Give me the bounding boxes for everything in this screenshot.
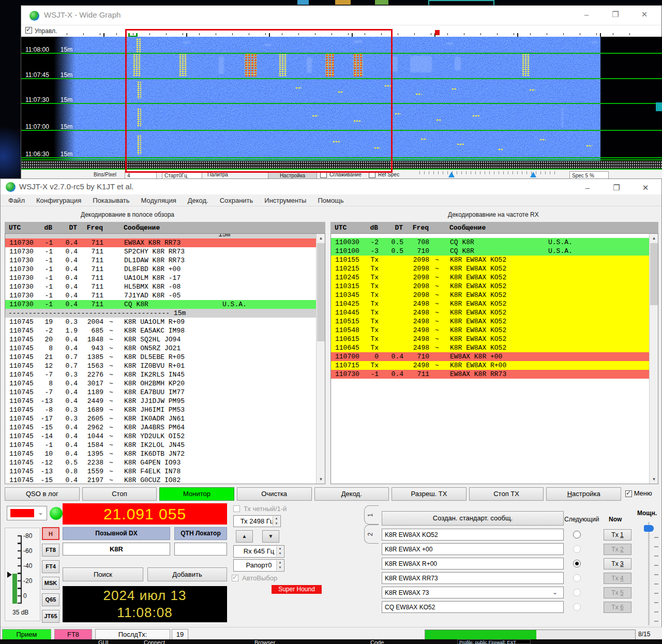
main-button[interactable]: Разреш. TX <box>392 487 467 501</box>
mode-button[interactable]: Q65 <box>42 593 59 606</box>
main-button[interactable]: Декод. <box>314 487 389 501</box>
wide-graph-titlebar[interactable]: WSJT-X - Wide Graph – ❐ ✕ <box>21 6 661 25</box>
decode-row[interactable]: 110745 12 0.7 1563 ~ K8R IZ0BVU R+01 <box>5 362 325 370</box>
menu-item[interactable]: Помощь <box>312 197 349 204</box>
tx-message-input[interactable] <box>382 601 564 613</box>
main-button[interactable]: Настройка <box>546 487 621 501</box>
decode-row[interactable]: 110155 Tx 2098 ~ K8R EW8AX KO52 <box>331 256 658 264</box>
decode-row[interactable]: 110515 Tx 2498 ~ K8R EW8AX KO52 <box>331 317 658 326</box>
taskbar-item[interactable]: Connect <box>144 639 165 644</box>
controls-checkbox[interactable] <box>25 27 32 34</box>
decode-row[interactable]: 110745 19 0.3 2004 ~ K8R UA1OLM R+09 <box>5 318 325 326</box>
waterfall-display[interactable]: 11:08:0015m 11:07:4515m 11:07:3015m 11:0… <box>21 37 662 161</box>
decode-row[interactable]: 110745 8 0.4 943 ~ K8R ON5RZ JO21 <box>5 344 325 353</box>
qth-input[interactable] <box>174 543 227 556</box>
tx-now-button[interactable]: Tx 5 <box>604 587 631 598</box>
decode-row[interactable]: 110745 -7 0.3 2276 ~ K8R IK2RLS IN45 <box>5 370 325 379</box>
scrollbar-thumb[interactable] <box>317 243 325 341</box>
main-button[interactable]: Стоп <box>82 487 157 501</box>
tx-even-checkbox[interactable] <box>233 505 240 512</box>
decode-row[interactable]: 110745 -7 0.4 1189 ~ K8R EA7BUU IM77 <box>5 388 325 397</box>
desktop-icon[interactable] <box>375 0 388 5</box>
taskbar-item[interactable]: Browser <box>254 639 275 644</box>
tx-message-input[interactable] <box>382 558 564 570</box>
decode-row[interactable]: 110745 -12 0.5 2238 ~ K8R G4PEN IO93 <box>5 458 325 467</box>
main-button[interactable]: Стоп TX <box>469 487 544 501</box>
menu-item[interactable]: Сохранить <box>214 197 259 204</box>
tx-message-input[interactable] <box>382 529 564 541</box>
decode-row[interactable]: 110445 Tx 2498 ~ K8R EW8AX KO52 <box>331 308 658 317</box>
maximize-icon[interactable]: ❐ <box>611 183 622 192</box>
tune-up-button[interactable]: ▲ <box>236 530 253 543</box>
scrollbar-thumb[interactable] <box>650 243 658 305</box>
tx-freq-spinner[interactable]: Тх 2498 Гц ▲▼ <box>233 515 281 527</box>
decode-row[interactable]: 110730 -1 0.4 711 EW8AX K8R RR73 <box>5 238 325 247</box>
decode-row[interactable]: 110730 -1 0.4 711 EW8AX K8R RR73 <box>331 370 658 379</box>
decode-row[interactable]: 110548 Tx 2498 ~ K8R EW8AX KO52 <box>331 326 658 335</box>
main-button[interactable]: Очистка <box>237 487 312 501</box>
decode-row[interactable]: 110425 Tx 2498 ~ K8R EW8AX KO52 <box>331 299 658 308</box>
decode-row[interactable]: 110745 -2 1.9 685 ~ K8R EA5AKC IM98 <box>5 326 325 335</box>
scroll-up-icon[interactable]: ▲ <box>317 234 325 243</box>
decode-row[interactable]: 110645 Tx 2498 ~ K8R EW8AX KO52 <box>331 343 658 352</box>
rx-frequency-list[interactable]: 110030 -2 0.5 708 CQ K8R U.S.A. 110100 -… <box>330 233 658 484</box>
menu-item[interactable]: Файл <box>3 197 31 204</box>
minimize-icon[interactable]: – <box>582 183 593 192</box>
menu-item[interactable]: Модуляция <box>136 197 182 204</box>
decode-row[interactable]: 110345 Tx 2098 ~ K8R EW8AX KO52 <box>331 291 658 299</box>
maximize-icon[interactable]: ❐ <box>610 10 621 19</box>
decode-row[interactable]: 110745 -1 0.4 1584 ~ K8R IK2LOL JN45 <box>5 441 325 450</box>
next-radio[interactable] <box>573 531 581 538</box>
decode-row[interactable]: 110745 -15 0.4 2197 ~ K8R G0CUZ IO82 <box>5 476 325 484</box>
tab-2[interactable]: 2 <box>364 525 379 544</box>
decode-row[interactable]: 110730 -1 0.4 711 7J1YAD K8R -05 <box>5 291 325 300</box>
decode-row[interactable]: 110745 -14 0.4 1044 ~ K8R YD2ULK OI52 <box>5 432 325 441</box>
main-button[interactable]: Монитор <box>159 487 234 501</box>
mode-button[interactable]: FT4 <box>42 560 59 573</box>
tx-now-button[interactable]: Tx 3 <box>604 558 631 570</box>
decode-row[interactable]: ----------------------------------------… <box>5 309 325 318</box>
add-button[interactable]: Добавить <box>147 567 227 581</box>
close-icon[interactable]: ✕ <box>640 183 651 192</box>
tx-now-button[interactable]: Tx 6 <box>604 602 631 613</box>
tx-frequency-marker[interactable] <box>435 30 440 35</box>
tx-message-input[interactable] <box>382 572 564 584</box>
decode-row[interactable]: 110745 21 0.7 1385 ~ K8R DL5EBE R+05 <box>5 353 325 362</box>
decode-row[interactable]: 110100 -3 0.5 710 CQ K8R U.S.A. <box>331 247 658 256</box>
refspec-checkbox[interactable] <box>369 171 375 178</box>
tx-now-button[interactable]: Tx 1 <box>604 529 631 541</box>
next-radio[interactable] <box>573 545 581 553</box>
minimize-icon[interactable]: – <box>581 10 592 19</box>
scrollbar-chip[interactable] <box>656 102 662 111</box>
decode-row[interactable]: 110615 Tx 2498 ~ K8R EW8AX KO52 <box>331 335 658 343</box>
scroll-down-icon[interactable]: ▼ <box>650 475 658 484</box>
decode-row[interactable]: 110730 -1 0.4 711 HL5BMX K8R -08 <box>5 282 325 291</box>
menu-item[interactable]: Показывать <box>87 197 135 204</box>
decode-row[interactable]: 110730 -1 0.4 711 SP2CHY K8R RR73 <box>5 247 325 256</box>
decode-row[interactable]: 110030 -2 0.5 708 CQ K8R U.S.A. <box>331 238 658 247</box>
decode-row[interactable]: 110730 -1 0.4 711 DL1DAW K8R RR73 <box>5 256 325 265</box>
power-slider-handle[interactable] <box>644 525 654 532</box>
tx-message-input[interactable] <box>382 543 564 555</box>
smoothing-checkbox[interactable] <box>320 171 327 178</box>
tx-message-input[interactable] <box>382 587 564 598</box>
menu-item[interactable]: Декод. <box>182 197 214 204</box>
decode-row[interactable]: 110745 8 0.4 3017 ~ K8R OH2BMH KP20 <box>5 379 325 388</box>
menu-item[interactable]: Инструменты <box>259 197 312 204</box>
rx-freq-spinner[interactable]: Rx 645 Гц ▲▼ <box>233 545 284 558</box>
desktop-icon[interactable] <box>297 0 309 5</box>
decode-row[interactable]: 110730 -1 0.4 711 UA1OLM K8R -17 <box>5 274 325 282</box>
frequency-display[interactable]: 21.091 055 <box>63 503 227 525</box>
dx-call-input[interactable]: K8R <box>63 543 170 556</box>
main-button[interactable]: QSO в лог <box>5 487 80 501</box>
gain-slider-track[interactable] <box>419 171 559 174</box>
decode-row[interactable]: 110715 Tx 2498 ~ K8R EW8AX R+00 <box>331 361 658 370</box>
mode-button[interactable]: Н <box>42 527 59 540</box>
scroll-up-icon[interactable]: ▲ <box>650 234 658 243</box>
tune-down-button[interactable]: ▼ <box>262 530 279 543</box>
decode-row[interactable]: 110215 Tx 2098 ~ K8R EW8AX KO52 <box>331 264 658 273</box>
menu-item[interactable]: Конфигурация <box>31 197 87 204</box>
next-radio[interactable] <box>573 589 581 596</box>
desktop-icon[interactable] <box>335 0 351 5</box>
search-button[interactable]: Поиск <box>63 567 143 581</box>
